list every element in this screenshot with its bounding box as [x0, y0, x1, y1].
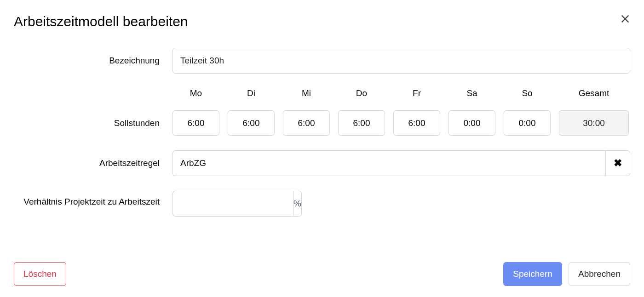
day-header-do: Do — [356, 88, 367, 99]
ratio-group: % — [172, 191, 246, 217]
rule-input[interactable] — [172, 150, 605, 176]
rule-group: ✖ — [172, 150, 630, 176]
days-container: Mo Di Mi Do Fr Sa — [172, 88, 629, 136]
day-col-fr: Fr — [393, 88, 440, 136]
dialog-footer: Löschen Speichern Abbrechen — [14, 262, 630, 286]
day-col-do: Do — [338, 88, 385, 136]
close-icon — [620, 14, 630, 24]
day-header-mi: Mi — [302, 88, 311, 99]
name-input[interactable] — [172, 48, 630, 74]
row-ratio: Verhältnis Projektzeit zu Arbeitszeit % — [14, 191, 630, 217]
close-button[interactable] — [620, 14, 630, 25]
day-col-mi: Mi — [283, 88, 330, 136]
x-icon: ✖ — [614, 157, 622, 169]
label-rule: Arbeitszeitregel — [14, 158, 172, 169]
footer-right: Speichern Abbrechen — [503, 262, 630, 286]
day-header-so: So — [522, 88, 532, 99]
day-col-mo: Mo — [172, 88, 219, 136]
total-col: Gesamt 30:00 — [559, 88, 629, 136]
day-input-so[interactable] — [504, 110, 551, 136]
day-header-mo: Mo — [190, 88, 202, 99]
form-area: Bezeichnung Sollstunden Mo Di Mi Do — [14, 48, 630, 217]
day-input-di[interactable] — [228, 110, 275, 136]
day-input-mi[interactable] — [283, 110, 330, 136]
dialog-title: Arbeitszeitmodell bearbeiten — [14, 14, 188, 29]
day-input-fr[interactable] — [393, 110, 440, 136]
day-header-sa: Sa — [466, 88, 477, 99]
day-input-mo[interactable] — [172, 110, 219, 136]
rule-clear-button[interactable]: ✖ — [605, 150, 630, 176]
label-target-hours: Sollstunden — [114, 110, 160, 136]
ratio-suffix: % — [293, 191, 302, 217]
day-header-total: Gesamt — [579, 88, 610, 99]
day-col-so: So — [504, 88, 551, 136]
dialog-header: Arbeitszeitmodell bearbeiten — [14, 14, 630, 29]
label-name: Bezeichnung — [14, 55, 172, 67]
label-ratio: Verhältnis Projektzeit zu Arbeitszeit — [14, 191, 172, 208]
row-name: Bezeichnung — [14, 48, 630, 74]
day-col-di: Di — [228, 88, 275, 136]
cancel-button[interactable]: Abbrechen — [569, 262, 630, 286]
row-rule: Arbeitszeitregel ✖ — [14, 150, 630, 176]
day-header-fr: Fr — [413, 88, 421, 99]
save-button[interactable]: Speichern — [503, 262, 562, 286]
day-input-do[interactable] — [338, 110, 385, 136]
ratio-input[interactable] — [172, 191, 293, 217]
total-field: 30:00 — [559, 110, 629, 136]
delete-button[interactable]: Löschen — [14, 262, 66, 286]
day-header-di: Di — [247, 88, 255, 99]
day-col-sa: Sa — [448, 88, 495, 136]
row-target-hours: Sollstunden Mo Di Mi Do Fr — [14, 88, 630, 136]
day-input-sa[interactable] — [448, 110, 495, 136]
